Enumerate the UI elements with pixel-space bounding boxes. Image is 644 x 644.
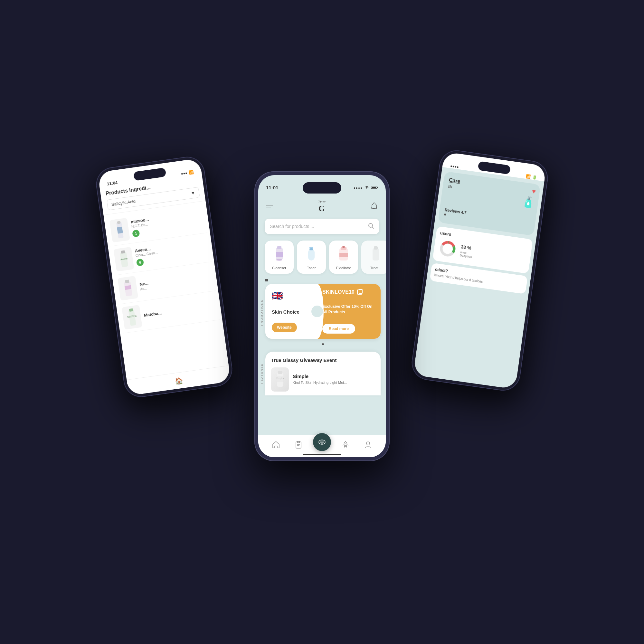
- promotions-label-container: Promotions: [258, 279, 265, 346]
- ingredient-badge: 1: [132, 229, 140, 237]
- category-treatment[interactable]: Treat...: [361, 241, 386, 274]
- promo-readmore-section: Read more: [322, 324, 375, 334]
- promo-flag: 🇬🇧: [272, 290, 311, 301]
- giveaway-title: True Glassy Giveaway Event: [271, 357, 375, 363]
- promo-code-row: SKINLOVE10: [322, 289, 375, 295]
- right-status-icons-left: ●●●●: [450, 164, 459, 169]
- left-content: Products Ingredi... Salicylic Acid ▼: [100, 174, 231, 396]
- signal-icon: ●●●: [181, 171, 187, 176]
- promo-offer-section: Exclusive Offer 10% Off On All Products: [322, 304, 375, 315]
- donut-labels: 33 % ones Dehydrati: [459, 244, 474, 259]
- featured-card-container: True Glassy Giveaway Event Simpler: [265, 352, 386, 395]
- featured-product-row: Simpler Simple Kind To Skin Hydrating Li…: [271, 367, 375, 392]
- website-button[interactable]: Website: [272, 323, 297, 332]
- svg-rect-4: [121, 250, 125, 254]
- treatment-label: Treat...: [370, 266, 381, 270]
- fab-button[interactable]: [313, 433, 331, 451]
- tab-clipboard[interactable]: [290, 438, 307, 451]
- right-phone-screen: ●●●● 📶 🔋 ♥ 🧴 Care sh Reviews 4.7 u: [413, 152, 546, 389]
- read-more-button[interactable]: Read more: [322, 324, 355, 334]
- svg-point-27: [309, 248, 313, 250]
- svg-point-47: [366, 442, 370, 445]
- product-image: [118, 276, 138, 301]
- eye-fab-icon: [317, 438, 327, 447]
- promotions-label: Promotions: [260, 299, 263, 326]
- product-info: Ne... Ac...: [139, 272, 212, 291]
- left-time: 11:04: [107, 180, 118, 186]
- home-tab-icon: [272, 440, 280, 449]
- product-bottle-right: 🧴: [521, 195, 536, 209]
- promo-dot-container: [265, 279, 381, 281]
- svg-rect-7: [125, 279, 129, 283]
- logo-area: True G: [318, 199, 326, 213]
- svg-rect-17: [377, 187, 378, 188]
- svg-rect-22: [276, 252, 283, 257]
- battery-icon: 🔋: [532, 175, 537, 180]
- search-bar[interactable]: Search for products ...: [265, 219, 379, 234]
- svg-rect-16: [372, 187, 376, 188]
- svg-point-23: [276, 259, 282, 261]
- menu-icon[interactable]: [266, 205, 273, 207]
- promotions-section: Promotions 🇬🇧 Skin Choice Website: [258, 279, 386, 346]
- heart-icon[interactable]: ♥: [531, 187, 536, 195]
- featured-card: True Glassy Giveaway Event Simpler: [265, 352, 381, 395]
- svg-rect-2: [117, 227, 123, 234]
- tab-rocket[interactable]: [337, 438, 354, 451]
- reviews-container: Reviews 4.7: [444, 208, 531, 227]
- svg-rect-21: [277, 246, 281, 249]
- svg-point-32: [343, 246, 345, 248]
- wifi-icon: 📶: [189, 170, 194, 175]
- product-info: Aveen... Clear... Clean... 0: [135, 239, 208, 266]
- promo-brand: Skin Choice: [272, 309, 311, 315]
- signal-dots-icon: ●●●●: [354, 186, 363, 190]
- svg-point-45: [321, 441, 323, 443]
- center-phone-screen: 11:01 ●●●●: [258, 175, 386, 457]
- cleanser-label: Cleanser: [272, 266, 286, 270]
- clipboard-tab-icon: [294, 440, 303, 449]
- promo-code-section: SKINLOVE10: [322, 289, 375, 295]
- promo-code: SKINLOVE10: [322, 289, 355, 295]
- category-exfoliator[interactable]: Exfoliator: [329, 241, 358, 274]
- copy-icon[interactable]: [357, 289, 362, 295]
- tab-profile[interactable]: [360, 438, 376, 451]
- featured-product-info: Simple Kind To Skin Hydrating Light Moi.…: [293, 374, 375, 385]
- right-content: ♥ 🧴 Care sh Reviews 4.7 users: [413, 167, 545, 389]
- svg-rect-36: [278, 371, 282, 374]
- svg-rect-10: [129, 308, 133, 312]
- percent-label: 33 %: [461, 244, 474, 251]
- featured-label-container: Featured: [258, 352, 265, 395]
- tab-home[interactable]: [268, 438, 284, 451]
- toner-label: Toner: [307, 266, 316, 270]
- top-nav: True G: [258, 196, 386, 216]
- svg-point-46: [345, 444, 346, 445]
- product-image: MATCHA: [122, 305, 142, 330]
- svg-rect-34: [374, 246, 378, 250]
- wifi-icon: 📶: [526, 174, 531, 179]
- promo-card: 🇬🇧 Skin Choice Website SKINLOVE10: [265, 284, 381, 339]
- featured-product-image: Simpler: [271, 367, 289, 392]
- svg-rect-30: [339, 253, 348, 257]
- right-status-icons-right: 📶 🔋: [526, 174, 537, 180]
- left-status-icons: ●●● 📶: [181, 170, 194, 176]
- featured-product-name: Simple: [293, 374, 375, 379]
- center-content: True G Search for products ...: [258, 196, 386, 435]
- svg-rect-24: [308, 249, 315, 260]
- center-phone: 11:01 ●●●●: [254, 171, 390, 461]
- reviews-dot: [444, 213, 446, 216]
- category-toner[interactable]: Toner: [297, 241, 326, 274]
- promo-dot-indicator: [265, 341, 381, 346]
- promo-left: 🇬🇧 Skin Choice Website: [265, 284, 317, 339]
- exfoliator-label: Exfoliator: [336, 266, 351, 270]
- right-phone: ●●●● 📶 🔋 ♥ 🧴 Care sh Reviews 4.7 u: [410, 148, 550, 393]
- product-image: Avene: [114, 247, 134, 271]
- rocket-tab-icon: [341, 440, 350, 449]
- svg-rect-38: [277, 376, 283, 382]
- bell-icon[interactable]: [370, 202, 378, 210]
- home-indicator: [303, 454, 341, 455]
- wifi-icon: [364, 185, 369, 190]
- category-cleanser[interactable]: Cleanser: [265, 241, 294, 274]
- home-tab-icon[interactable]: 🏠: [174, 376, 183, 385]
- search-icon[interactable]: [368, 223, 374, 230]
- center-status-icons: ●●●●: [354, 185, 378, 190]
- product-image: [109, 218, 130, 242]
